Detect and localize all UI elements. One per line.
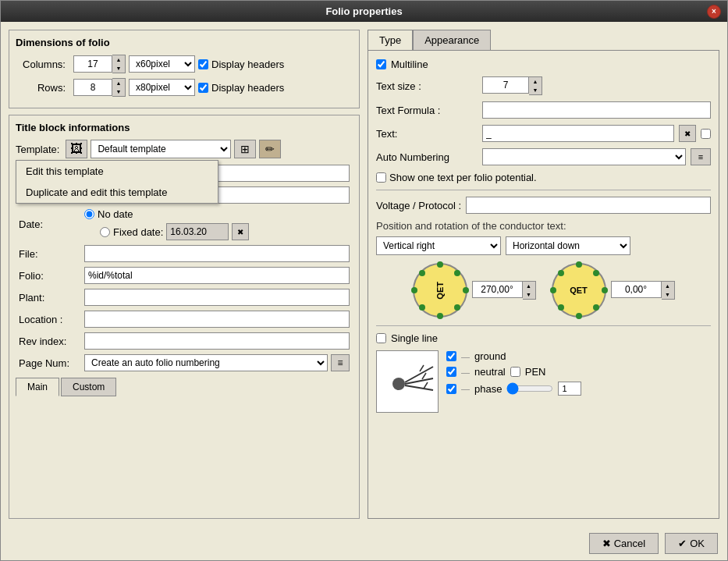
- text-input[interactable]: [482, 125, 674, 142]
- tab-appearance[interactable]: Appearance: [413, 30, 491, 51]
- page-num-settings-btn[interactable]: ≡: [331, 354, 350, 371]
- single-line-svg: [377, 351, 439, 414]
- fixed-date-label: Fixed date:: [113, 226, 163, 238]
- right-angle-btns: ▲ ▼: [662, 281, 675, 300]
- columns-down[interactable]: ▼: [112, 64, 125, 73]
- template-dropdown-menu: Edit this template Duplicate and edit th…: [16, 160, 218, 204]
- columns-header-cb[interactable]: [198, 59, 208, 69]
- phase-line-icon: —: [461, 384, 470, 393]
- footer-buttons: ✖ Cancel ✔ OK: [1, 527, 727, 560]
- right-content: Multiline Text size : ▲ ▼ Text Form: [368, 50, 719, 519]
- date-row: Date: No date Fixed date: ✖: [19, 208, 350, 240]
- text-size-spinner: ▲ ▼: [482, 76, 542, 95]
- template-edit-button[interactable]: ✏: [259, 140, 281, 158]
- date-clear-btn[interactable]: ✖: [232, 223, 249, 240]
- phase-cb[interactable]: [446, 384, 456, 394]
- ground-line-icon: —: [461, 352, 470, 361]
- rows-down[interactable]: ▼: [112, 87, 125, 96]
- fixed-date-radio[interactable]: [100, 227, 110, 237]
- columns-up[interactable]: ▲: [112, 55, 125, 64]
- ground-cb[interactable]: [446, 351, 456, 361]
- rows-up[interactable]: ▲: [112, 79, 125, 87]
- auto-numbering-settings[interactable]: ≡: [691, 148, 711, 165]
- neutral-cb[interactable]: [446, 367, 456, 377]
- tab-main[interactable]: Main: [16, 378, 59, 396]
- text-size-down[interactable]: ▼: [529, 86, 542, 94]
- left-angle-down[interactable]: ▼: [523, 290, 535, 299]
- no-date-radio[interactable]: [84, 209, 94, 219]
- rows-spinner: ▲ ▼: [73, 78, 126, 97]
- right-angle-input[interactable]: [611, 281, 662, 298]
- pos-left-select[interactable]: Vertical right Vertical left Horizontal …: [376, 236, 501, 255]
- conductor-dot: [392, 378, 405, 390]
- rows-input[interactable]: [73, 79, 112, 96]
- text-size-up[interactable]: ▲: [529, 77, 542, 86]
- file-input[interactable]: [84, 245, 350, 262]
- pen-cb[interactable]: [510, 367, 520, 377]
- page-num-row: Page Num: Create an auto folio numbering…: [19, 354, 350, 371]
- dot-bottom-left: [437, 313, 443, 319]
- rows-header-cb[interactable]: [198, 83, 208, 93]
- show-one-text-cb[interactable]: [376, 172, 386, 183]
- text-clear-btn[interactable]: ✖: [679, 125, 696, 142]
- page-num-select[interactable]: Create an auto folio numbering: [84, 354, 328, 371]
- show-one-text-row: Show one text per folio potential.: [376, 172, 711, 183]
- tab-custom[interactable]: Custom: [61, 378, 116, 396]
- right-circle-wrap: QET ▲ ▼: [552, 263, 675, 318]
- columns-spinner: ▲ ▼: [73, 55, 126, 73]
- pos-right-select[interactable]: Horizontal down Horizontal up Vertical r…: [506, 236, 630, 255]
- auto-numbering-select[interactable]: [482, 148, 686, 165]
- bottom-tabs: Main Custom: [16, 378, 353, 396]
- no-date-option[interactable]: No date: [84, 208, 249, 220]
- rev-input[interactable]: [84, 332, 350, 350]
- phase-value-input[interactable]: [558, 382, 581, 396]
- columns-input[interactable]: [73, 55, 112, 73]
- qet-text-right: QET: [570, 286, 588, 295]
- dot-tl-right: [558, 270, 564, 276]
- text-size-label: Text size :: [376, 80, 478, 92]
- right-angle-up[interactable]: ▲: [662, 282, 674, 290]
- edit-template-item[interactable]: Edit this template: [16, 161, 218, 182]
- tick-1: [420, 365, 424, 371]
- ok-button[interactable]: ✔ OK: [665, 533, 718, 554]
- left-angle-btns: ▲ ▼: [523, 281, 536, 300]
- right-conductor-circle: QET: [552, 263, 606, 318]
- columns-unit-select[interactable]: x60pixel x80pixel: [129, 55, 195, 73]
- template-select[interactable]: Default template: [91, 140, 231, 158]
- rows-row: Rows: ▲ ▼ x80pixel x60pixel Display head…: [16, 78, 353, 97]
- pos-rot-label: Position and rotation of the conductor t…: [376, 220, 711, 232]
- left-conductor-circle: QET: [413, 263, 467, 318]
- left-angle-up[interactable]: ▲: [523, 282, 535, 290]
- phase-slider[interactable]: [506, 382, 553, 395]
- text-checkbox[interactable]: [701, 129, 711, 139]
- voltage-input[interactable]: [466, 197, 711, 214]
- text-size-input[interactable]: [482, 76, 529, 94]
- close-button[interactable]: ×: [707, 5, 721, 19]
- cancel-button[interactable]: ✖ Cancel: [589, 533, 659, 554]
- rev-label: Rev index:: [19, 336, 81, 347]
- page-num-label: Page Num:: [19, 357, 81, 369]
- folio-input[interactable]: [84, 267, 350, 284]
- plant-input[interactable]: [84, 289, 350, 306]
- single-line-content: — ground — neutral PEN: [376, 350, 711, 413]
- single-line-cb[interactable]: [376, 333, 386, 343]
- text-label: Text:: [376, 128, 478, 140]
- line-3: [405, 385, 433, 390]
- tab-type[interactable]: Type: [368, 30, 413, 51]
- rows-unit-select[interactable]: x80pixel x60pixel: [129, 79, 195, 96]
- multiline-cb[interactable]: [376, 59, 386, 69]
- text-formula-input[interactable]: [482, 101, 711, 119]
- folio-label: Folio:: [19, 270, 81, 282]
- tick-2: [422, 373, 426, 379]
- fixed-date-input[interactable]: [166, 223, 229, 240]
- ground-label: ground: [474, 350, 506, 362]
- file-label: File:: [19, 248, 81, 260]
- location-input[interactable]: [84, 311, 350, 328]
- rows-label: Rows:: [16, 82, 70, 94]
- template-copy-button[interactable]: ⊞: [234, 140, 256, 158]
- multiline-row: Multiline: [376, 59, 711, 70]
- duplicate-template-item[interactable]: Duplicate and edit this template: [16, 182, 218, 203]
- right-angle-down[interactable]: ▼: [662, 290, 674, 299]
- dot-tr-right: [593, 270, 599, 276]
- left-angle-input[interactable]: [472, 281, 523, 298]
